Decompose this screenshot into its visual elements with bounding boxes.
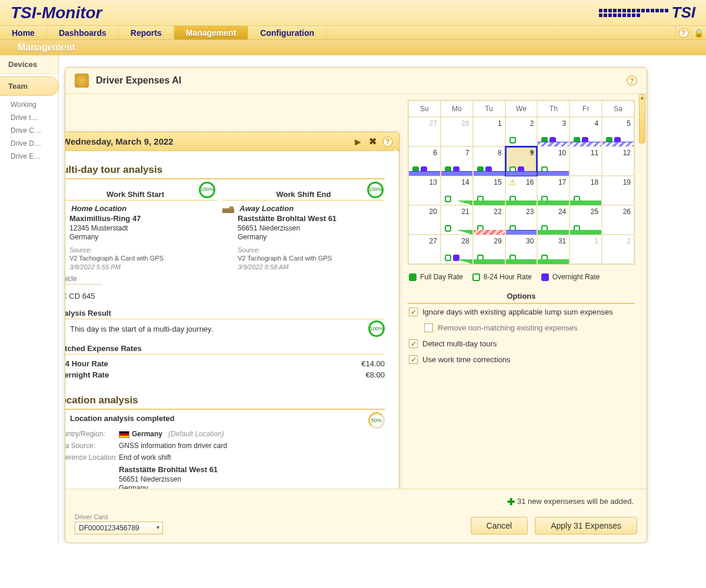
sidebar-sub[interactable]: Drive t… — [0, 111, 58, 124]
calendar-day[interactable]: 23 — [505, 205, 538, 235]
driver-expenses-dialog: Driver Expenses AI ? Sum Expenses Full D… — [65, 67, 647, 543]
calendar-day[interactable]: 28 — [441, 235, 473, 264]
option-worktime-corrections[interactable]: Use work time corrections — [408, 352, 635, 368]
right-pane: SuMoTuWeThFrSa 2728123456789101112131415… — [405, 94, 647, 489]
sidebar-tab-team[interactable]: Team — [0, 76, 58, 96]
checkbox-icon[interactable] — [409, 339, 418, 348]
options-header: Options — [408, 289, 635, 304]
calendar: SuMoTuWeThFrSa 2728123456789101112131415… — [408, 100, 635, 265]
resize-handle-icon[interactable] — [639, 94, 645, 143]
calendar-day[interactable]: 4 — [570, 117, 602, 146]
calendar-day[interactable]: 27 — [408, 117, 441, 146]
close-icon[interactable]: ✖ — [369, 136, 377, 147]
calendar-day[interactable]: 26 — [602, 205, 634, 235]
calendar-day[interactable]: 17 — [537, 176, 570, 205]
sidebar-sub[interactable]: Drive C… — [0, 124, 58, 137]
calendar-day[interactable]: 28 — [441, 117, 473, 146]
warning-icon — [508, 179, 517, 186]
day-detail-popup: ◀ Wednesday, March 9, 2022 ▶ ✖ ? Multi-d… — [65, 132, 399, 489]
option-detect-multiday[interactable]: Detect multi-day tours — [408, 336, 635, 352]
dialog-title: Driver Expenses AI — [96, 75, 620, 86]
help-icon[interactable]: ? — [675, 26, 691, 39]
section-multiday: Multi-day tour analysis — [65, 164, 385, 179]
plus-icon: ✚ — [507, 497, 515, 507]
company-logo: TSI — [578, 0, 695, 26]
calendar-day[interactable]: 29 — [473, 235, 505, 264]
confidence-ring: 100% — [368, 320, 385, 337]
cancel-button[interactable]: Cancel — [471, 517, 528, 534]
nav-reports[interactable]: Reports — [119, 26, 174, 39]
checkbox-icon[interactable] — [424, 323, 433, 332]
flag-de-icon — [119, 431, 129, 438]
lock-icon[interactable]: 🔒 — [691, 26, 706, 39]
calendar-day[interactable]: 1 — [570, 235, 602, 264]
calendar-day[interactable]: 24 — [537, 205, 570, 235]
calendar-day[interactable]: 12 — [602, 146, 634, 176]
calendar-day[interactable]: 30 — [505, 235, 538, 264]
confidence-ring: 50% — [368, 412, 385, 429]
truck-icon — [222, 205, 234, 214]
calendar-day[interactable]: 31 — [537, 235, 570, 264]
driver-card-label: Driver Card — [75, 513, 163, 520]
calendar-day[interactable]: 9 — [505, 146, 538, 176]
app-logo: TSI-Monitor — [11, 4, 578, 22]
driver-card-select[interactable]: DF0000123456789 — [75, 522, 163, 534]
calendar-legend: Full Day Rate 8-24 Hour Rate Overnight R… — [409, 273, 634, 281]
sidebar-sub[interactable]: Drive E… — [0, 150, 58, 163]
sidebar-sub[interactable]: Working — [0, 98, 58, 111]
calendar-dow: Mo — [441, 101, 473, 117]
calendar-day[interactable]: 11 — [570, 146, 602, 176]
option-remove-nonmatching[interactable]: Remove non-matching existing expenses — [408, 320, 635, 336]
calendar-dow: We — [505, 101, 538, 117]
calendar-day[interactable]: 2 — [505, 117, 538, 146]
top-bar: TSI-Monitor TSI — [0, 0, 706, 26]
calendar-day[interactable]: 27 — [408, 235, 441, 264]
confidence-ring: 100% — [199, 182, 215, 198]
nav-management[interactable]: Management — [174, 26, 249, 39]
next-day-icon[interactable]: ▶ — [352, 137, 363, 146]
calendar-day[interactable]: 3 — [537, 117, 570, 146]
calendar-dow: Fr — [570, 101, 602, 117]
apply-button[interactable]: Apply 31 Expenses — [535, 517, 637, 534]
calendar-day[interactable]: 15 — [473, 176, 505, 205]
calendar-day[interactable]: 16 — [505, 176, 538, 205]
calendar-day[interactable]: 20 — [408, 205, 441, 235]
calendar-day[interactable]: 19 — [602, 176, 634, 205]
calendar-dow: Tu — [473, 101, 505, 117]
section-location: Location analysis — [65, 395, 385, 410]
main-nav: Home Dashboards Reports Management Confi… — [0, 26, 706, 40]
nav-home[interactable]: Home — [0, 26, 47, 39]
sidebar: Devices Team Working Drive t… Drive C… D… — [0, 55, 59, 543]
calendar-dow: Su — [408, 101, 441, 117]
calendar-day[interactable]: 18 — [570, 176, 602, 205]
calendar-day[interactable]: 13 — [408, 176, 441, 205]
calendar-dow: Sa — [602, 101, 634, 117]
calendar-day[interactable]: 7 — [441, 146, 473, 176]
confidence-ring: 100% — [367, 182, 384, 198]
detail-date-title: Wednesday, March 9, 2022 — [65, 136, 347, 146]
calendar-day[interactable]: 5 — [602, 117, 634, 146]
calendar-day[interactable]: 10 — [537, 146, 570, 176]
nav-dashboards[interactable]: Dashboards — [47, 26, 119, 39]
detail-help-icon[interactable]: ? — [382, 136, 393, 147]
summary-note: ✚31 new expenseses will be added. — [75, 494, 637, 513]
calendar-dow: Th — [537, 101, 570, 117]
calendar-day[interactable]: 22 — [473, 205, 505, 235]
calendar-day[interactable]: 25 — [570, 205, 602, 235]
calendar-day[interactable]: 2 — [602, 235, 634, 264]
calendar-day[interactable]: 21 — [441, 205, 473, 235]
dialog-help-icon[interactable]: ? — [627, 75, 637, 86]
home-icon — [65, 205, 66, 214]
ai-icon — [75, 74, 89, 88]
calendar-day[interactable]: 1 — [473, 117, 505, 146]
sub-header: Management — [0, 40, 706, 55]
calendar-day[interactable]: 14 — [441, 176, 473, 205]
checkbox-icon[interactable] — [409, 355, 418, 364]
calendar-day[interactable]: 6 — [408, 146, 441, 176]
sidebar-tab-devices[interactable]: Devices — [0, 55, 58, 74]
calendar-day[interactable]: 8 — [473, 146, 505, 176]
checkbox-icon[interactable] — [409, 308, 418, 316]
sidebar-sub[interactable]: Drive D… — [0, 137, 58, 150]
nav-configuration[interactable]: Configuration — [248, 26, 327, 39]
option-ignore-existing[interactable]: Ignore days with existing applicable lum… — [408, 304, 635, 320]
